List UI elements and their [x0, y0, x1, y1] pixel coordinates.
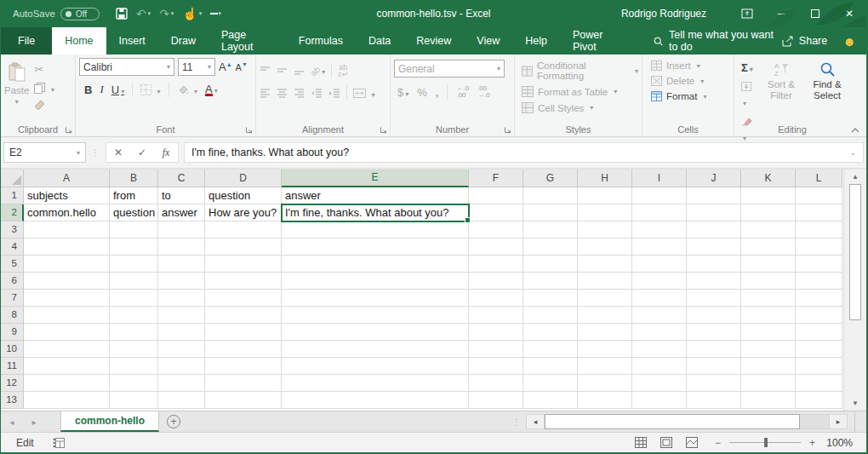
cell-B1[interactable]: from — [110, 187, 158, 204]
cell-K5[interactable] — [741, 256, 796, 273]
cell-F6[interactable] — [469, 273, 523, 290]
cell-K10[interactable] — [741, 341, 796, 358]
cell-G4[interactable] — [523, 238, 578, 256]
maximize-button[interactable] — [798, 0, 832, 27]
cell-G13[interactable] — [523, 392, 578, 409]
cell-C10[interactable] — [158, 341, 205, 358]
cell-D9[interactable] — [205, 324, 282, 341]
orientation-button[interactable]: ab — [311, 66, 325, 76]
cell-C3[interactable] — [158, 221, 205, 238]
format-as-table-button[interactable]: Format as Table — [522, 86, 638, 97]
scroll-down-arrow[interactable]: ▼ — [844, 396, 866, 411]
cell-F9[interactable] — [469, 324, 523, 341]
row-header-5[interactable]: 5 — [1, 256, 24, 273]
macro-record-button[interactable] — [53, 438, 65, 448]
cell-A5[interactable] — [24, 256, 110, 273]
cell-A10[interactable] — [24, 341, 110, 358]
align-bottom-icon[interactable] — [294, 66, 305, 76]
merge-center-button[interactable] — [353, 85, 374, 101]
row-header-6[interactable]: 6 — [1, 273, 24, 290]
cell-J5[interactable] — [687, 256, 741, 273]
row-header-11[interactable]: 11 — [1, 358, 24, 375]
cell-L5[interactable] — [796, 256, 842, 273]
copy-button[interactable] — [34, 80, 54, 95]
cell-H5[interactable] — [578, 256, 632, 273]
cell-E9[interactable] — [282, 324, 469, 341]
cell-B10[interactable] — [110, 341, 158, 358]
column-header-F[interactable]: F — [469, 170, 523, 187]
new-sheet-button[interactable]: + — [159, 411, 188, 432]
autosave-toggle[interactable]: Off — [60, 8, 100, 20]
decrease-decimal-button[interactable]: .00→.0 — [477, 85, 490, 99]
cell-D11[interactable] — [205, 358, 282, 375]
cell-C12[interactable] — [158, 375, 205, 392]
format-cells-button[interactable]: Format — [651, 91, 730, 101]
row-header-10[interactable]: 10 — [1, 341, 24, 358]
delete-cells-button[interactable]: Delete — [651, 76, 730, 86]
tab-formulas[interactable]: Formulas — [286, 27, 356, 55]
scrollbar-resize-handle[interactable] — [854, 411, 866, 432]
page-layout-view-button[interactable] — [660, 437, 672, 448]
cell-E11[interactable] — [282, 358, 469, 375]
cell-C6[interactable] — [158, 273, 205, 290]
cell-I7[interactable] — [632, 290, 687, 307]
vertical-scroll-thumb[interactable] — [849, 184, 861, 320]
sheet-tab-common-hello[interactable]: common-hello — [60, 411, 159, 432]
cell-A12[interactable] — [24, 375, 110, 392]
column-header-E[interactable]: E — [282, 170, 469, 187]
cell-K1[interactable] — [741, 187, 796, 204]
redo-button[interactable]: ↷ ▾ — [157, 5, 176, 22]
cell-J1[interactable] — [687, 187, 741, 204]
cell-I5[interactable] — [632, 256, 687, 273]
cell-F10[interactable] — [469, 341, 523, 358]
cell-G3[interactable] — [523, 221, 578, 238]
cell-G10[interactable] — [523, 341, 578, 358]
cell-L10[interactable] — [796, 341, 842, 358]
touch-mode-dropdown[interactable]: ▾ — [199, 10, 203, 17]
cell-B2[interactable]: question — [110, 204, 158, 221]
cell-I12[interactable] — [632, 375, 687, 392]
cell-H4[interactable] — [578, 238, 632, 256]
ribbon-display-options-button[interactable] — [730, 0, 764, 27]
cell-C7[interactable] — [158, 290, 205, 307]
scroll-right-arrow[interactable]: ▸ — [829, 414, 848, 429]
cell-H2[interactable] — [578, 204, 632, 221]
cell-H8[interactable] — [578, 307, 632, 324]
comma-style-button[interactable]: , — [436, 86, 439, 99]
cell-L7[interactable] — [796, 290, 842, 307]
row-header-8[interactable]: 8 — [1, 307, 24, 324]
cell-I11[interactable] — [632, 358, 687, 375]
column-header-C[interactable]: C — [158, 170, 205, 187]
close-button[interactable]: ✕ — [832, 0, 866, 27]
row-header-13[interactable]: 13 — [1, 392, 24, 409]
cell-A1[interactable]: subjects — [24, 187, 110, 204]
cell-B6[interactable] — [110, 273, 158, 290]
cell-B12[interactable] — [110, 375, 158, 392]
cell-J13[interactable] — [687, 392, 741, 409]
cell-G9[interactable] — [523, 324, 578, 341]
zoom-slider[interactable] — [729, 438, 801, 447]
number-format-combo[interactable]: General ▾ — [394, 60, 505, 78]
previous-sheet-arrow[interactable]: ◂ — [1, 411, 23, 432]
cell-E3[interactable] — [282, 221, 469, 238]
cell-K13[interactable] — [741, 392, 796, 409]
cell-B7[interactable] — [110, 290, 158, 307]
collapse-ribbon-button[interactable] — [851, 128, 859, 133]
alignment-dialog-launcher[interactable] — [380, 126, 387, 134]
cell-J12[interactable] — [687, 375, 741, 392]
cell-E12[interactable] — [282, 375, 469, 392]
row-header-3[interactable]: 3 — [1, 221, 24, 238]
cell-D13[interactable] — [205, 392, 282, 409]
column-header-J[interactable]: J — [687, 170, 741, 187]
cell-B3[interactable] — [110, 221, 158, 238]
column-header-I[interactable]: I — [632, 170, 687, 187]
tab-review[interactable]: Review — [403, 27, 464, 55]
tab-help[interactable]: Help — [512, 27, 560, 55]
zoom-out-button[interactable]: − — [715, 437, 721, 449]
bold-button[interactable]: B — [84, 83, 92, 96]
cell-A13[interactable] — [24, 392, 110, 409]
cell-H11[interactable] — [578, 358, 632, 375]
cell-C9[interactable] — [158, 324, 205, 341]
column-header-H[interactable]: H — [578, 170, 632, 187]
cell-C1[interactable]: to — [158, 187, 205, 204]
